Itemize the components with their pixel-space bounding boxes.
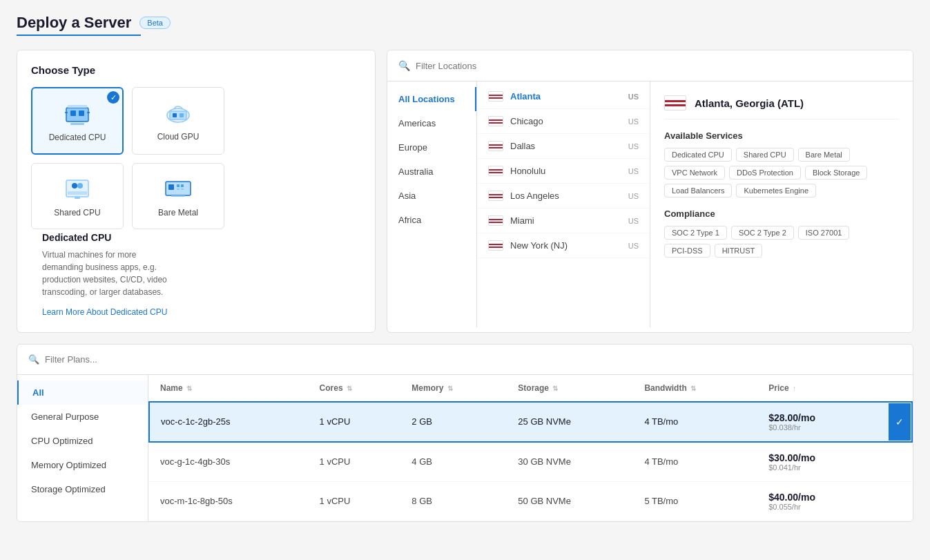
learn-more-link[interactable]: Learn More About Dedicated CPU (42, 307, 177, 318)
svg-rect-17 (168, 184, 174, 190)
service-kubernetes: Kubernetes Engine (736, 184, 816, 197)
plan-row-1[interactable]: voc-c-1c-2gb-25s 1 vCPU 2 GB 25 GB NVMe … (149, 402, 912, 442)
region-australia[interactable]: Australia (387, 160, 476, 184)
plan-3-price-mo: $40.00/mo (768, 492, 901, 503)
region-asia[interactable]: Asia (387, 184, 476, 208)
svg-rect-0 (66, 108, 88, 122)
plans-sidebar-cpu-optimized[interactable]: CPU Optimized (17, 429, 148, 453)
city-miami-code: US (628, 217, 639, 225)
plans-sidebar-general-purpose[interactable]: General Purpose (17, 405, 148, 429)
region-africa[interactable]: Africa (387, 208, 476, 232)
plans-sidebar-all[interactable]: All (17, 380, 148, 405)
compliance-hitrust: HITRUST (715, 244, 763, 258)
compliance-iso27001: ISO 27001 (798, 226, 850, 240)
city-honolulu-code: US (628, 167, 639, 175)
city-dallas[interactable]: Dallas US (477, 134, 650, 159)
plan-2-bandwidth: 4 TB/mo (633, 442, 757, 482)
type-info-description: Virtual machines for more demanding busi… (42, 249, 177, 298)
city-la-code: US (628, 192, 639, 200)
svg-rect-15 (75, 197, 80, 199)
col-storage[interactable]: Storage ⇅ (507, 375, 633, 402)
service-bare-metal: Bare Metal (798, 148, 850, 162)
type-card-cloud-gpu[interactable]: Cloud GPU (132, 87, 224, 155)
plans-table-body: voc-c-1c-2gb-25s 1 vCPU 2 GB 25 GB NVMe … (149, 402, 912, 521)
type-card-grid: Dedicated CPU (31, 87, 224, 229)
svg-rect-10 (180, 113, 184, 117)
compliance-soc2-type2: SOC 2 Type 2 (731, 226, 794, 240)
choose-type-panel: Choose Type (17, 50, 376, 333)
plan-row-2[interactable]: voc-g-1c-4gb-30s 1 vCPU 4 GB 30 GB NVMe … (149, 442, 912, 482)
col-memory[interactable]: Memory ⇅ (400, 375, 507, 402)
plan-3-price-hr: $0.055/hr (768, 503, 901, 511)
plans-sidebar-storage-optimized[interactable]: Storage Optimized (17, 477, 148, 501)
plan-row-3[interactable]: voc-m-1c-8gb-50s 1 vCPU 8 GB 50 GB NVMe … (149, 481, 912, 521)
col-name[interactable]: Name ⇅ (149, 375, 309, 402)
type-card-shared-cpu[interactable]: Shared CPU (31, 163, 124, 229)
type-card-dedicated-cpu[interactable]: Dedicated CPU (31, 87, 124, 155)
region-europe[interactable]: Europe (387, 135, 476, 160)
plan-3-name: voc-m-1c-8gb-50s (149, 481, 309, 521)
cloud-gpu-icon (162, 99, 195, 126)
plan-1-selected-check: ✓ (889, 403, 911, 441)
storage-sort-icon: ⇅ (552, 385, 558, 392)
svg-rect-18 (177, 184, 180, 187)
locations-search-icon: 🔍 (398, 60, 410, 71)
city-chicago-name: Chicago (510, 116, 543, 126)
region-americas[interactable]: Americas (387, 111, 476, 135)
plans-sidebar-memory-optimized[interactable]: Memory Optimized (17, 453, 148, 477)
city-chicago[interactable]: Chicago US (477, 109, 650, 134)
compliance-soc2-type1: SOC 2 Type 1 (664, 226, 727, 240)
col-cores[interactable]: Cores ⇅ (309, 375, 401, 402)
choose-type-title: Choose Type (31, 64, 361, 76)
locations-search-input[interactable] (416, 61, 902, 71)
plan-1-memory: 2 GB (400, 402, 507, 442)
city-honolulu-name: Honolulu (510, 166, 545, 176)
atlanta-flag (488, 91, 503, 102)
city-los-angeles[interactable]: Los Angeles US (477, 184, 650, 209)
compliance-pci-dss: PCI-DSS (664, 244, 710, 258)
cores-sort-icon: ⇅ (347, 385, 352, 392)
service-load-balancers: Load Balancers (664, 184, 732, 197)
plans-table: Name ⇅ Cores ⇅ Memory ⇅ Storage ⇅ Bandwi… (148, 375, 913, 521)
type-card-shared-cpu-label: Shared CPU (54, 208, 100, 218)
city-miami[interactable]: Miami US (477, 209, 650, 233)
city-ny-code: US (628, 242, 639, 250)
plan-2-price: $30.00/mo $0.041/hr (757, 442, 912, 482)
service-shared-cpu: Shared CPU (736, 148, 794, 162)
city-atlanta[interactable]: Atlanta US (477, 84, 650, 109)
svg-rect-20 (177, 189, 180, 190)
svg-rect-19 (181, 184, 184, 187)
plan-1-name: voc-c-1c-2gb-25s (149, 402, 309, 442)
service-ddos-protection: DDoS Protection (729, 166, 801, 180)
type-info-panel: Dedicated CPU Virtual machines for more … (42, 229, 177, 318)
memory-sort-icon: ⇅ (447, 385, 453, 392)
col-bandwidth[interactable]: Bandwidth ⇅ (633, 375, 757, 402)
location-detail-header: Atlanta, Georgia (ATL) (664, 95, 899, 119)
region-all-locations[interactable]: All Locations (387, 87, 476, 111)
price-sort-icon: ↑ (793, 385, 796, 392)
svg-rect-9 (173, 113, 177, 117)
plans-search-bar: 🔍 (17, 345, 913, 375)
type-card-bare-metal[interactable]: Bare Metal (132, 163, 224, 229)
plan-1-price-hr: $0.038/hr (768, 423, 878, 432)
page-header: Deploy a Server Beta (17, 14, 913, 32)
region-list: All Locations Americas Europe Australia … (387, 81, 477, 327)
plan-1-storage: 25 GB NVMe (507, 402, 633, 442)
miami-flag (488, 215, 503, 226)
plans-body: All General Purpose CPU Optimized Memory… (17, 375, 913, 521)
city-honolulu[interactable]: Honolulu US (477, 159, 650, 184)
location-detail: Atlanta, Georgia (ATL) Available Service… (650, 81, 913, 327)
plans-search-input[interactable] (45, 354, 902, 365)
col-price[interactable]: Price ↑ (757, 375, 912, 402)
bare-metal-icon (162, 175, 195, 202)
city-new-york[interactable]: New York (NJ) US (477, 233, 650, 258)
plan-3-price: $40.00/mo $0.055/hr (757, 481, 912, 521)
plan-2-cores: 1 vCPU (309, 442, 401, 482)
city-dallas-code: US (628, 142, 639, 151)
services-tags-container: Dedicated CPU Shared CPU Bare Metal VPC … (664, 148, 899, 197)
type-info-title: Dedicated CPU (42, 232, 177, 243)
svg-rect-3 (65, 112, 68, 113)
plan-2-price-hr: $0.041/hr (768, 463, 901, 472)
location-detail-flag (664, 95, 686, 110)
locations-body: All Locations Americas Europe Australia … (387, 81, 913, 327)
